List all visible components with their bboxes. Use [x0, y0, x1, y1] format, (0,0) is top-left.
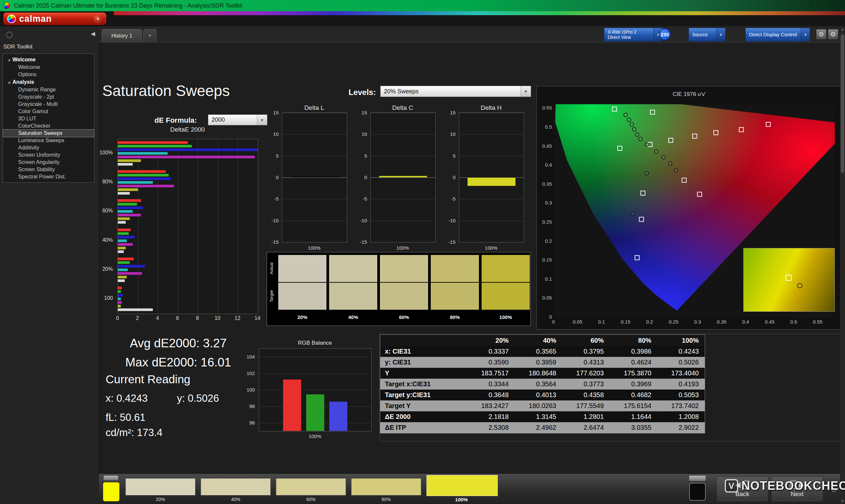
axis-tick-label: 0.2: [642, 319, 657, 325]
tree-section-welcome[interactable]: ◢Welcome: [3, 56, 94, 64]
sidebar-item-spectral-power-dist[interactable]: Spectral Power Dist.: [3, 173, 94, 180]
add-tab-button[interactable]: +: [143, 29, 156, 42]
grid-line: [259, 373, 371, 374]
meter-count-badge: 235: [659, 29, 671, 40]
target-swatch-80: [431, 283, 479, 310]
current-reading-heading: Current Reading: [106, 373, 191, 386]
levels-dropdown[interactable]: 20% Sweeps ▼: [380, 86, 531, 97]
back-label: Back: [735, 490, 749, 498]
sidebar-item-dynamic-range[interactable]: Dynamic Range: [3, 86, 94, 93]
sidebar-item-grayscale-2pt[interactable]: Grayscale - 2pt: [3, 93, 94, 101]
grid-line: [282, 221, 347, 221]
scroll-up-button[interactable]: ▲: [840, 26, 845, 32]
sidebar-item-additivity[interactable]: Additivity: [3, 144, 94, 151]
axis-tick-label: 0: [112, 315, 123, 321]
scrollbar-thumb[interactable]: [841, 34, 844, 173]
cie-measurement-marker: [645, 172, 649, 175]
close-button[interactable]: ✕: [827, 2, 837, 9]
table-col-header: 20%: [467, 335, 515, 346]
sidebar-item-luminance-sweeps[interactable]: Luminance Sweeps: [3, 137, 94, 144]
delta-l-plot-area: [282, 112, 347, 242]
maximize-button[interactable]: □: [807, 2, 816, 9]
window-controls: – □ ✕: [787, 2, 842, 9]
calman-logo-button[interactable]: calman ▼: [3, 13, 106, 25]
meter-dropdown[interactable]: X-Rite i1Pro 2 Direct View ▼: [604, 28, 663, 41]
axis-tick-label: 10: [212, 315, 223, 321]
table-cell: 0.3773: [562, 379, 610, 390]
chevron-down-icon[interactable]: ▼: [716, 28, 725, 41]
axis-tick-label: 2: [132, 315, 143, 321]
deltae-bar: [118, 214, 141, 216]
back-button[interactable]: ◀ Back: [716, 476, 769, 502]
table-cell: 0.3344: [467, 379, 515, 390]
axis-tick-label: 6: [172, 315, 183, 321]
expander-icon[interactable]: ◢: [7, 79, 10, 86]
minimize-button[interactable]: –: [787, 2, 797, 9]
patch-popup-button[interactable]: [689, 475, 706, 481]
deltae-bar: [118, 192, 130, 195]
expand-nav-button[interactable]: »: [828, 480, 841, 499]
patch-swatch-80[interactable]: [351, 478, 421, 496]
delta-c-chart: Delta C 151050-5-10-15 100%: [349, 104, 442, 259]
settings-button[interactable]: ⚙: [816, 29, 827, 40]
tab-history-1[interactable]: History 1: [102, 29, 142, 42]
patch-swatch-100[interactable]: [426, 475, 498, 496]
axis-tick-label: 0.3: [538, 200, 552, 205]
target-swatch-40: [329, 283, 377, 310]
patch-window-button[interactable]: [104, 475, 118, 480]
grid-line: [282, 199, 347, 199]
sidebar-item-saturation-sweeps[interactable]: Saturation Sweeps: [3, 130, 94, 137]
axis-tick-label: 0.05: [538, 295, 552, 301]
gear-icon: ⚙: [818, 30, 824, 38]
next-button[interactable]: ▶ Next: [771, 476, 823, 502]
table-cell: 0.3337: [467, 346, 515, 357]
expander-icon[interactable]: ◢: [7, 56, 10, 63]
axis-tick-label: 0.15: [618, 319, 633, 325]
sidebar-item-grayscale-multi[interactable]: Grayscale - Multi: [3, 101, 94, 108]
sidebar-item-3d-lut[interactable]: 3D LUT: [3, 115, 94, 122]
chevron-down-icon[interactable]: ▼: [801, 28, 810, 41]
preferences-button[interactable]: ⚙: [828, 29, 839, 40]
sidebar-item-screen-stability[interactable]: Screen Stability: [3, 166, 94, 173]
scroll-down-button[interactable]: ▼: [840, 498, 845, 504]
cie-measurement-marker: [645, 143, 649, 146]
row-label: ΔE ITP: [380, 422, 468, 433]
sidebar-item-welcome[interactable]: Welcome: [3, 64, 94, 71]
tree-section-analysis[interactable]: ◢Analysis: [3, 78, 94, 86]
sidebar-item-screen-uniformity[interactable]: Screen Uniformity: [3, 151, 94, 159]
blackout-button[interactable]: [689, 483, 706, 501]
sidebar-item-colorchecker[interactable]: ColorChecker: [3, 122, 94, 130]
table-cell: 1.1644: [610, 411, 657, 422]
deltae-bar: [118, 305, 121, 307]
table-header-row: 20%40%60%80%100%: [380, 335, 705, 346]
patch-swatch-60[interactable]: [276, 478, 346, 496]
grid-line: [459, 199, 524, 199]
patch-swatch-40[interactable]: [201, 478, 271, 496]
vertical-scrollbar[interactable]: ▲ ▼: [840, 26, 845, 504]
deltae-bar: [118, 156, 255, 158]
deltae-bar: [118, 280, 125, 282]
cie-measurement-marker: [624, 113, 628, 117]
sidebar-item-color-gamut[interactable]: Color Gamut: [3, 108, 94, 115]
sidebar-item-options[interactable]: Options: [3, 71, 94, 78]
cie-target-marker: [786, 275, 792, 281]
logo-menu-button[interactable]: ▼: [94, 15, 102, 23]
deltae-bar: [118, 294, 123, 296]
source-dropdown[interactable]: Source ▼: [689, 28, 725, 41]
de-formula-label: dE Formula:: [155, 116, 197, 125]
current-patch-swatch[interactable]: [103, 482, 120, 501]
patch-swatch-20[interactable]: [125, 478, 195, 496]
table-cell: 173.7402: [657, 400, 705, 411]
sidebar-item-screen-angularity[interactable]: Screen Angularity: [3, 159, 94, 166]
display-control-dropdown[interactable]: Direct Display Control ▼: [745, 28, 810, 41]
grid-line: [158, 139, 158, 314]
table-cell: 0.3959: [515, 357, 562, 368]
workflow-icon[interactable]: [6, 32, 13, 38]
table-cell: 1.3145: [515, 411, 562, 422]
sidebar-collapse-button[interactable]: ◀: [91, 30, 95, 37]
de-formula-dropdown[interactable]: 2000 ▼: [208, 114, 267, 125]
plus-icon: +: [148, 32, 152, 39]
deltae-bar: [118, 221, 126, 223]
table-cell: 2.6474: [562, 422, 610, 433]
grid-line: [371, 242, 435, 242]
